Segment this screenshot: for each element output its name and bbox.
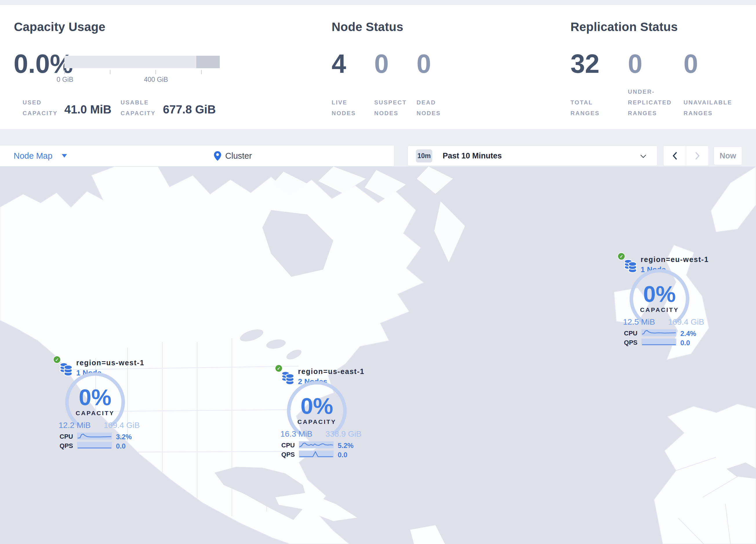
locality-usable-capacity: 169.4 GiB [657, 318, 715, 327]
locality-capacity-percent: 0% [628, 281, 691, 307]
suspect-nodes-count: 0 [374, 51, 389, 77]
capacity-axis-tick [64, 70, 65, 74]
locality-used-capacity: 12.5 MiB [614, 318, 664, 327]
cpu-sparkline [641, 329, 676, 337]
locality-usable-capacity: 169.4 GiB [93, 421, 151, 430]
under-replicated-ranges-label: UNDER-REPLICATED RANGES [628, 86, 679, 119]
locality-name[interactable]: region=eu-west-1 [641, 255, 709, 264]
cpu-label: CPU [614, 330, 637, 337]
capacity-usage-title: Capacity Usage [14, 20, 106, 34]
usable-capacity-label: USABLE CAPACITY [121, 97, 160, 119]
cpu-sparkline [299, 441, 334, 449]
node-map [0, 166, 756, 544]
locality-usable-capacity: 338.9 GiB [315, 429, 372, 439]
used-capacity-value: 41.0 MiB [64, 103, 111, 116]
cpu-metric-row: CPU 3.2% [49, 432, 145, 440]
qps-label: QPS [271, 451, 295, 458]
capacity-axis-label-400: 400 GiB [144, 76, 168, 84]
database-stack-icon[interactable] [59, 361, 73, 377]
locality-capacity-percent: 0% [63, 384, 127, 411]
now-button[interactable]: Now [714, 146, 742, 165]
qps-metric-row: QPS 0.0 [49, 442, 145, 450]
map-pin-icon [214, 151, 221, 161]
breadcrumb[interactable]: Cluster [214, 145, 252, 166]
total-ranges-label: TOTAL RANGES [570, 97, 621, 119]
qps-metric-row: QPS 0.0 [271, 450, 367, 458]
database-stack-icon[interactable] [281, 370, 295, 386]
locality-capacity-percent: 0% [285, 393, 349, 419]
breadcrumb-cluster-label: Cluster [225, 151, 252, 161]
qps-value: 0.0 [680, 339, 690, 347]
locality-used-capacity: 16.3 MiB [271, 429, 322, 439]
live-nodes-count: 4 [332, 51, 346, 77]
locality-name[interactable]: region=us-east-1 [298, 367, 365, 376]
dead-nodes-label: DEAD NODES [417, 97, 452, 119]
locality-marker-us-west-1[interactable]: ✓ region=us-west-1 1 Node 0% CAPACITY 12… [49, 356, 145, 455]
view-selector-dropdown[interactable]: Node Map [14, 145, 67, 166]
unavailable-ranges-count: 0 [684, 51, 698, 77]
qps-metric-row: QPS 0.0 [614, 338, 709, 347]
qps-sparkline [641, 338, 676, 346]
capacity-bar [64, 56, 220, 68]
usable-capacity-value: 677.8 GiB [163, 103, 216, 116]
total-ranges-count: 32 [570, 51, 599, 77]
qps-label: QPS [614, 339, 637, 347]
view-selector-label: Node Map [14, 151, 52, 161]
qps-label: QPS [49, 442, 73, 450]
capacity-bar-nonusable-segment [196, 56, 220, 68]
dead-nodes-count: 0 [417, 51, 431, 77]
live-nodes-label: LIVE NODES [332, 97, 367, 119]
chevron-left-icon [672, 152, 678, 160]
locality-marker-us-east-1[interactable]: ✓ region=us-east-1 2 Nodes 0% CAPACITY 1… [271, 365, 367, 464]
unavailable-ranges-label: UNAVAILABLE RANGES [684, 97, 736, 119]
capacity-axis-tick [155, 70, 156, 74]
suspect-nodes-label: SUSPECT NODES [374, 97, 410, 119]
time-range-badge: 10m [416, 149, 432, 162]
chevron-right-icon [695, 152, 700, 160]
time-step-forward-button[interactable] [686, 146, 709, 166]
qps-value: 0.0 [338, 451, 347, 459]
cpu-label: CPU [271, 442, 295, 449]
capacity-axis-tick [110, 70, 110, 74]
locality-capacity-label: CAPACITY [63, 410, 127, 417]
used-capacity-label: USED CAPACITY [23, 97, 59, 119]
qps-value: 0.0 [116, 442, 126, 450]
cpu-value: 3.2% [116, 433, 132, 441]
world-map [0, 166, 756, 544]
cpu-metric-row: CPU 5.2% [271, 441, 367, 449]
node-status-title: Node Status [332, 20, 403, 34]
cpu-value: 2.4% [680, 330, 696, 338]
locality-capacity-label: CAPACITY [628, 307, 691, 313]
status-ok-icon: ✓ [53, 356, 61, 364]
caret-down-icon [62, 154, 67, 157]
cpu-metric-row: CPU 2.4% [614, 329, 709, 337]
replication-status-title: Replication Status [570, 20, 678, 34]
chevron-down-icon [640, 155, 646, 158]
map-toolbar: Node Map Cluster [0, 145, 394, 166]
locality-used-capacity: 12.2 MiB [49, 421, 100, 430]
time-range-label: Past 10 Minutes [443, 151, 502, 160]
locality-capacity-label: CAPACITY [285, 418, 349, 425]
capacity-axis-label-0: 0 GiB [57, 76, 73, 84]
time-step-buttons [663, 146, 709, 166]
time-step-back-button[interactable] [663, 146, 686, 166]
qps-sparkline [77, 442, 112, 449]
locality-marker-eu-west-1[interactable]: ✓ region=eu-west-1 1 Node 0% CAPACITY 12… [614, 253, 709, 352]
database-stack-icon[interactable] [623, 257, 638, 274]
cpu-value: 5.2% [338, 442, 354, 450]
cpu-label: CPU [49, 433, 73, 440]
status-ok-icon: ✓ [275, 365, 283, 372]
status-ok-icon: ✓ [617, 252, 625, 260]
cluster-summary-bar: Capacity Usage 0.0% 0 GiB 400 GiB USED C… [0, 5, 756, 129]
under-replicated-ranges-count: 0 [628, 51, 642, 77]
locality-name[interactable]: region=us-west-1 [76, 359, 144, 367]
time-range-dropdown[interactable]: 10m Past 10 Minutes [408, 146, 657, 166]
qps-sparkline [299, 450, 334, 458]
capacity-axis-tick [201, 70, 202, 74]
cpu-sparkline [77, 432, 112, 440]
